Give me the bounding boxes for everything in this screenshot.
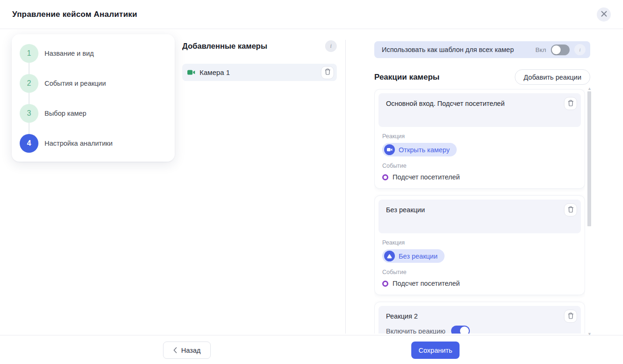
toggle-knob — [552, 45, 561, 54]
close-button[interactable] — [597, 7, 611, 22]
page-title: Управление кейсом Аналитики — [12, 10, 137, 19]
added-cameras-panel: Добавленные камеры i Камера 1 — [182, 39, 337, 81]
reaction-chip-label: Без реакции — [399, 253, 438, 260]
step-connector — [29, 93, 30, 104]
reaction-chip[interactable]: Открыть камеру — [382, 143, 457, 156]
reactions-list: Основной вход. Подсчет посетителей Реакц… — [374, 89, 585, 334]
template-banner: Использовать как шаблон для всех камер В… — [374, 41, 590, 58]
trash-icon — [568, 312, 574, 320]
trash-icon — [568, 206, 574, 214]
modal-header: Управление кейсом Аналитики — [0, 0, 623, 29]
reaction-field-label: Реакция — [382, 239, 577, 246]
reactions-title: Реакции камеры — [374, 73, 439, 82]
scroll-up-icon[interactable]: ▲ — [587, 87, 591, 90]
wizard-stepper: 1 Название и вид 2 События и реакции 3 В… — [12, 34, 175, 162]
event-field-label: Событие — [382, 163, 577, 169]
info-icon[interactable]: i — [574, 44, 586, 55]
template-toggle-off[interactable] — [551, 45, 570, 55]
event-field-label: Событие — [382, 269, 577, 275]
info-icon[interactable]: i — [325, 40, 337, 52]
camera-list-item[interactable]: Камера 1 — [182, 64, 337, 81]
step-circle: 3 — [20, 104, 38, 123]
enable-reaction-label: Включить реакцию — [386, 327, 445, 334]
enable-reaction-toggle-on[interactable] — [451, 326, 470, 334]
step-connector — [29, 123, 30, 134]
step-label: Название и вид — [44, 50, 94, 57]
reaction-chip-label: Открыть камеру — [399, 146, 450, 154]
step-label: Выбор камер — [44, 110, 86, 117]
event-ring-icon — [382, 281, 388, 287]
stepper-step-3[interactable]: 3 Выбор камер — [20, 104, 165, 123]
step-circle-active: 4 — [20, 134, 38, 153]
column-divider — [345, 40, 346, 334]
step-label: События и реакции — [44, 80, 106, 87]
reaction-card-title: Без реакции — [386, 206, 558, 214]
step-connector — [29, 63, 30, 74]
add-reaction-button[interactable]: Добавить реакции — [515, 69, 590, 85]
delete-reaction-button[interactable] — [564, 310, 577, 323]
reaction-card-title: Основной вход. Подсчет посетителей — [386, 100, 558, 107]
scrollbar-thumb[interactable] — [587, 91, 591, 226]
camera-icon — [384, 144, 395, 155]
reaction-card: Основной вход. Подсчет посетителей Реакц… — [374, 89, 585, 189]
stepper-step-1[interactable]: 1 Название и вид — [20, 44, 165, 63]
event-name: Подсчет посетителей — [393, 280, 460, 287]
event-name: Подсчет посетителей — [393, 173, 460, 181]
delete-reaction-button[interactable] — [564, 97, 577, 110]
added-cameras-title: Добавленные камеры — [182, 42, 267, 51]
modal-footer: Назад Сохранить — [0, 335, 623, 364]
vertical-scrollbar[interactable]: ▲ ▼ — [587, 87, 592, 336]
no-reaction-icon — [384, 251, 395, 261]
toggle-knob — [460, 327, 469, 334]
stepper-step-2[interactable]: 2 События и реакции — [20, 74, 165, 93]
event-row: Подсчет посетителей — [382, 173, 577, 181]
reaction-card: Реакция 2 Включить реакцию — [374, 302, 585, 334]
trash-icon — [325, 68, 331, 76]
delete-camera-button[interactable] — [321, 66, 334, 79]
chevron-left-icon — [173, 347, 177, 353]
delete-reaction-button[interactable] — [564, 203, 577, 216]
camera-name: Камера 1 — [200, 68, 321, 76]
event-row: Подсчет посетителей — [382, 280, 577, 287]
video-camera-icon — [187, 69, 195, 75]
step-circle: 1 — [20, 44, 38, 63]
reaction-field-label: Реакция — [382, 133, 577, 140]
reaction-card-title: Реакция 2 — [386, 312, 558, 320]
trash-icon — [568, 100, 574, 108]
step-circle: 2 — [20, 74, 38, 93]
reaction-card: Без реакции Реакция Без реакции Событие … — [374, 195, 585, 295]
template-toggle-label: Вкл — [535, 46, 546, 53]
analytics-settings-panel: Использовать как шаблон для всех камер В… — [374, 41, 590, 85]
template-banner-label: Использовать как шаблон для всех камер — [382, 46, 531, 53]
back-button-label: Назад — [181, 347, 201, 354]
stepper-step-4-active[interactable]: 4 Настройка аналитики — [20, 134, 165, 153]
save-button[interactable]: Сохранить — [411, 342, 460, 359]
step-label: Настройка аналитики — [44, 140, 112, 147]
event-ring-icon — [382, 174, 388, 180]
reaction-chip[interactable]: Без реакции — [382, 249, 445, 263]
back-button[interactable]: Назад — [163, 342, 211, 359]
close-icon — [601, 10, 607, 18]
